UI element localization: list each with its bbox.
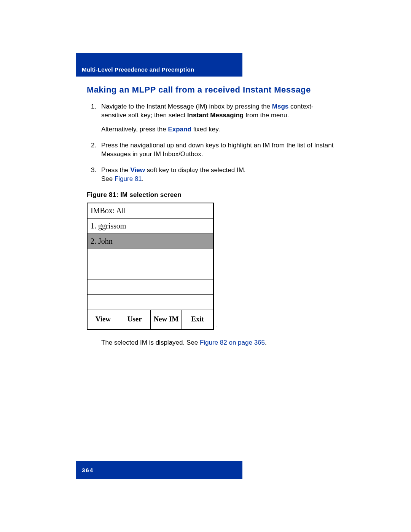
step-1-text-a: Navigate to the Instant Message (IM) inb… [101,103,272,110]
im-list-row-empty-2 [88,264,213,280]
step-1: Navigate to the Instant Message (IM) inb… [98,102,338,134]
step-3-text-b: soft key to display the selected IM. [145,166,246,174]
softkey-exit: Exit [182,310,213,329]
softkey-view: View [88,310,119,329]
figure-81-link[interactable]: Figure 81 [115,175,142,182]
im-list-row-1: 1. ggrissom [88,219,213,234]
figure-82-link[interactable]: Figure 82 on page 365 [200,339,265,346]
view-softkey-ref: View [131,166,145,174]
after-figure-text-b: . [265,339,267,346]
msgs-softkey-ref: Msgs [272,103,288,110]
im-list-row-empty-1 [88,249,213,264]
figure-caption: Figure 81: IM selection screen [87,191,338,199]
step-3-text-a: Press the [101,166,131,174]
chapter-header-bar: Multi-Level Precedence and Preemption [76,53,242,77]
softkey-new-im: New IM [151,310,182,329]
im-list-row-2-selected: 2. John [88,234,213,249]
after-figure-text-a: The selected IM is displayed. See [101,339,200,346]
step-2-text: Press the navigational up and down keys … [101,142,333,158]
im-row-1-text: 1. ggrissom [91,222,126,230]
chapter-title: Multi-Level Precedence and Preemption [82,66,194,73]
document-page: Multi-Level Precedence and Preemption Ma… [0,0,411,532]
page-number: 364 [82,467,94,473]
after-figure-paragraph: The selected IM is displayed. See Figure… [87,338,338,347]
im-row-2-text: 2. John [91,237,113,246]
instant-messaging-ref: Instant Messaging [187,112,244,119]
softkey-row: View User New IM Exit [88,310,213,329]
step-1-alt-b: fixed key. [191,126,220,133]
im-selection-screen-figure: IMBox: All 1. ggrissom 2. John View User… [87,203,214,330]
step-1-text-c: from the menu. [244,112,289,119]
step-2: Press the navigational up and down keys … [98,141,338,159]
step-3: Press the View soft key to display the s… [98,166,338,184]
step-3-period: . [142,175,144,182]
expand-key-ref: Expand [168,126,191,133]
softkey-user: User [119,310,151,329]
page-content: Making an MLPP call from a received Inst… [87,85,338,347]
page-footer-bar: 364 [76,461,242,479]
im-list-row-empty-4 [88,295,213,310]
step-1-alt-a: Alternatively, press the [101,126,168,133]
step-3-see: See [101,175,115,182]
step-1-alternative: Alternatively, press the Expand fixed ke… [101,125,338,134]
imbox-title-text: IMBox: All [91,206,126,215]
imbox-title-row: IMBox: All [88,203,213,219]
steps-list: Navigate to the Instant Message (IM) inb… [87,102,338,184]
figure-trailing-dot: . [215,323,217,328]
section-title: Making an MLPP call from a received Inst… [87,85,338,95]
im-list-row-empty-3 [88,280,213,295]
